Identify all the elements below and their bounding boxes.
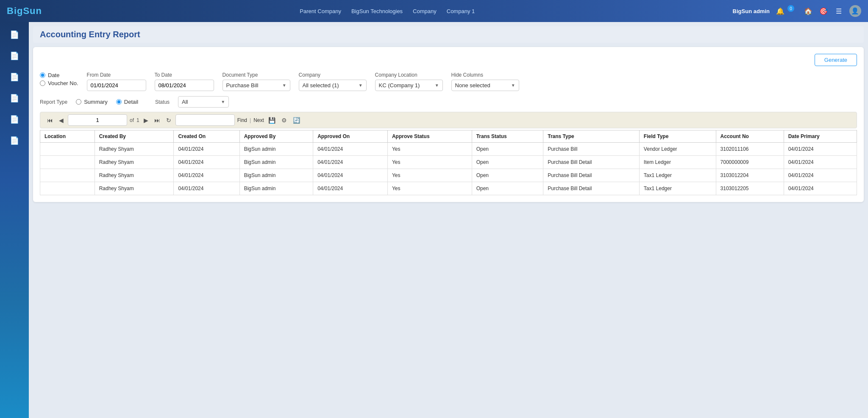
table-cell: Open	[472, 169, 543, 182]
generate-row: Generate	[40, 54, 857, 66]
summary-radio[interactable]	[76, 99, 81, 105]
company-location-arrow: ▼	[435, 83, 439, 88]
find-input[interactable]	[175, 114, 235, 126]
settings-icon[interactable]: ⚙	[280, 116, 289, 125]
page-of-label: of	[130, 117, 134, 123]
table-cell: 04/01/2024	[784, 156, 857, 169]
table-cell: Yes	[387, 143, 472, 156]
export-btn[interactable]: 💾	[267, 116, 277, 125]
table-cell: 3103012204	[716, 169, 784, 182]
menu-icon[interactable]: ☰	[834, 6, 843, 16]
table-cell: Vendor Ledger	[639, 143, 716, 156]
company-location-dropdown[interactable]: KC (Company 1) ▼	[375, 80, 443, 91]
to-date-label: To Date	[155, 72, 214, 78]
table-cell: 04/01/2024	[313, 169, 388, 182]
document-type-label: Document Type	[223, 72, 290, 78]
col-account-no: Account No	[716, 130, 784, 143]
last-page-btn[interactable]: ⏭	[153, 116, 162, 125]
table-cell: 04/01/2024	[313, 182, 388, 195]
sidebar-item-6[interactable]: 📄	[5, 131, 24, 150]
detail-radio[interactable]	[116, 99, 122, 105]
sidebar-item-5[interactable]: 📄	[5, 110, 24, 129]
date-radio[interactable]	[40, 72, 45, 78]
document-type-value: Purchase Bill	[226, 82, 259, 89]
status-dropdown[interactable]: All ▼	[178, 96, 229, 108]
nav-company1[interactable]: Company 1	[447, 8, 475, 14]
table-row[interactable]: Radhey Shyam04/01/2024BigSun admin04/01/…	[40, 182, 857, 195]
notification-icon[interactable]: 🔔	[776, 6, 785, 16]
date-radio-item[interactable]: Date	[40, 72, 78, 78]
voucher-radio[interactable]	[40, 80, 45, 86]
refresh-icon[interactable]: 🔄	[291, 116, 302, 125]
col-trans-status: Trans Status	[472, 130, 543, 143]
col-location: Location	[40, 130, 95, 143]
sidebar-item-2[interactable]: 📄	[5, 47, 24, 65]
table-cell: BigSun admin	[239, 182, 313, 195]
hide-columns-group: Hide Columns None selected ▼	[451, 72, 519, 91]
table-cell	[40, 182, 95, 195]
first-page-btn[interactable]: ⏮	[45, 116, 55, 125]
table-cell: Open	[472, 143, 543, 156]
table-cell: 04/01/2024	[174, 182, 239, 195]
table-cell: Purchase Bill	[543, 143, 640, 156]
table-head: Location Created By Created On Approved …	[40, 130, 857, 143]
to-date-group: To Date	[155, 72, 214, 91]
generate-button[interactable]: Generate	[815, 54, 857, 66]
table-cell: Purchase Bill Detail	[543, 169, 640, 182]
next-label[interactable]: Next	[253, 117, 264, 123]
table-cell: 04/01/2024	[174, 169, 239, 182]
table-cell: Radhey Shyam	[95, 182, 174, 195]
sidebar-item-1[interactable]: 📄	[5, 25, 24, 44]
table-cell: Purchase Bill Detail	[543, 182, 640, 195]
hide-columns-label: Hide Columns	[451, 72, 519, 78]
table-cell: 04/01/2024	[784, 182, 857, 195]
table-cell: Radhey Shyam	[95, 156, 174, 169]
table-cell	[40, 143, 95, 156]
next-page-btn[interactable]: ▶	[142, 116, 150, 125]
table-cell: Radhey Shyam	[95, 169, 174, 182]
sidebar-item-3[interactable]: 📄	[5, 68, 24, 86]
nav-company[interactable]: Company	[413, 8, 437, 14]
pagination-bar: ⏮ ◀ of 1 ▶ ⏭ ↻ Find | Next 💾 ⚙ 🔄	[40, 112, 857, 128]
table-row[interactable]: Radhey Shyam04/01/2024BigSun admin04/01/…	[40, 156, 857, 169]
separator: |	[250, 117, 251, 123]
prev-page-btn[interactable]: ◀	[57, 116, 65, 125]
table-cell: Yes	[387, 156, 472, 169]
to-date-input[interactable]	[155, 80, 214, 91]
table-row[interactable]: Radhey Shyam04/01/2024BigSun admin04/01/…	[40, 143, 857, 156]
voucher-radio-label: Voucher No.	[48, 80, 78, 86]
hide-columns-dropdown[interactable]: None selected ▼	[451, 80, 519, 91]
table-row[interactable]: Radhey Shyam04/01/2024BigSun admin04/01/…	[40, 169, 857, 182]
detail-radio-item[interactable]: Detail	[116, 99, 138, 105]
avatar[interactable]: 👤	[849, 5, 861, 17]
layout: 📄 📄 📄 📄 📄 📄 Accounting Entry Report Gene…	[0, 22, 868, 418]
table-cell: 3103012205	[716, 182, 784, 195]
summary-radio-item[interactable]: Summary	[76, 99, 108, 105]
table-cell: Open	[472, 182, 543, 195]
dashboard-icon[interactable]: 🎯	[819, 6, 828, 16]
notification-badge: 0	[787, 5, 794, 12]
table-cell: 04/01/2024	[174, 156, 239, 169]
refresh-btn[interactable]: ↻	[164, 116, 173, 125]
company-dropdown[interactable]: All selected (1) ▼	[299, 80, 367, 91]
sidebar: 📄 📄 📄 📄 📄 📄	[0, 22, 29, 418]
report-container: Generate Date Voucher No. F	[33, 47, 864, 202]
col-approved-on: Approved On	[313, 130, 388, 143]
table-cell: 7000000009	[716, 156, 784, 169]
summary-radio-label: Summary	[84, 99, 108, 105]
sidebar-item-4[interactable]: 📄	[5, 89, 24, 108]
status-arrow: ▼	[221, 100, 225, 104]
detail-radio-label: Detail	[124, 99, 138, 105]
nav-bigsun-tech[interactable]: BigSun Technologies	[351, 8, 403, 14]
page-input[interactable]	[68, 114, 127, 126]
nav-parent-company[interactable]: Parent Company	[300, 8, 341, 14]
home-icon[interactable]: 🏠	[804, 6, 813, 16]
table-cell: 04/01/2024	[174, 143, 239, 156]
top-nav: BigSun Parent Company BigSun Technologie…	[0, 0, 868, 22]
table-cell: 3102011106	[716, 143, 784, 156]
from-date-input[interactable]	[87, 80, 146, 91]
table-header-row: Location Created By Created On Approved …	[40, 130, 857, 143]
voucher-radio-item[interactable]: Voucher No.	[40, 80, 78, 86]
document-type-dropdown[interactable]: Purchase Bill ▼	[223, 80, 290, 91]
table-cell: Purchase Bill Detail	[543, 156, 640, 169]
